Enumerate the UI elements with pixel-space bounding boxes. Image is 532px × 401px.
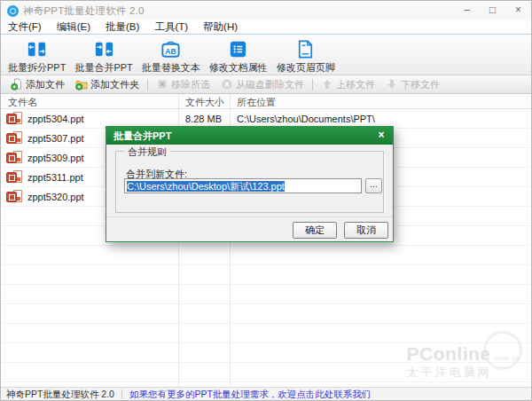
add-file-icon (11, 78, 23, 90)
toolbar-separator (147, 79, 148, 90)
browse-button[interactable]: ... (365, 178, 382, 193)
dialog-title: 批量合并PPT (106, 127, 393, 145)
ppt-file-icon (6, 131, 24, 145)
contact-us-link[interactable]: 如果您有更多的PPT批量处理需求，欢迎点击此处联系我们 (129, 388, 371, 400)
minimize-button[interactable]: – (454, 1, 480, 20)
file-name: zppt5311.ppt (27, 172, 83, 183)
filebar-label: 添加文件夹 (90, 78, 139, 91)
filebar-label: 上移文件 (336, 78, 375, 91)
column-header-filesize[interactable]: 文件大小 (185, 96, 224, 109)
move-down-button[interactable]: 下移文件 (380, 78, 445, 91)
filebar-label: 下移文件 (401, 78, 440, 91)
close-button[interactable]: × (505, 1, 531, 20)
merge-target-input[interactable]: C:\Users\zhou\Desktop\新试\123.ppt (124, 178, 362, 193)
svg-text:AB: AB (166, 47, 176, 56)
menu-item-tools[interactable]: 工具(T) (154, 20, 188, 34)
file-name: zppt5309.ppt (27, 153, 84, 163)
toolbar-button-doc-properties[interactable]: 修改文档属性 (205, 37, 272, 75)
ppt-file-icon (6, 112, 24, 126)
add-folder-icon (75, 78, 88, 90)
status-divider (121, 389, 122, 399)
delete-from-disk-button[interactable]: 从磁盘删除文件 (215, 78, 309, 91)
toolbar-label: 批量合并PPT (74, 61, 132, 75)
dialog-close-icon[interactable]: × (370, 127, 393, 145)
file-name: zppt5304.ppt (27, 114, 84, 124)
ppt-file-icon (6, 190, 24, 204)
column-header-location[interactable]: 所在位置 (237, 96, 276, 109)
filebar-label: 移除所选 (171, 78, 210, 91)
selected-text: C:\Users\zhou\Desktop\新试\123.ppt (127, 181, 285, 192)
menu-item-batch[interactable]: 批量(B) (106, 20, 139, 34)
toolbar-label: 修改页眉页脚 (277, 61, 335, 75)
move-down-icon (386, 78, 398, 90)
toolbar-label: 修改文档属性 (209, 61, 268, 75)
app-logo-icon (7, 5, 19, 17)
add-folder-button[interactable]: 添加文件夹 (70, 78, 145, 91)
toolbar-button-split-ppt[interactable]: 批量拆分PPT (4, 37, 70, 75)
window-title: 神奇PPT批量处理软件 2.0 (23, 4, 145, 18)
split-ppt-icon (26, 38, 48, 60)
remove-selected-button[interactable]: 移除所选 (151, 78, 215, 91)
status-app-label: 神奇PPT批量处理软件 2.0 (6, 388, 114, 400)
file-name: zppt5320.ppt (27, 192, 84, 202)
column-header-filename[interactable]: 文件名 (8, 96, 37, 109)
file-action-bar: 添加文件 添加文件夹 移除所选 从磁盘删除文件 (1, 75, 531, 94)
ppt-file-icon (6, 151, 24, 165)
cancel-button[interactable]: 取消 (344, 222, 388, 239)
toolbar-button-merge-ppt[interactable]: 批量合并PPT (70, 37, 137, 75)
delete-from-disk-icon (221, 78, 233, 90)
menu-item-help[interactable]: 帮助(H) (203, 20, 238, 34)
toolbar-label: 批量拆分PPT (8, 61, 66, 75)
main-toolbar: 批量拆分PPT 批量合并PPT AB 批量替换文本 (1, 35, 531, 75)
move-up-button[interactable]: 上移文件 (316, 78, 380, 91)
toolbar-separator (312, 79, 313, 90)
doc-properties-icon (227, 38, 249, 60)
move-up-icon (321, 78, 333, 90)
ppt-file-icon (6, 170, 24, 185)
status-bar: 神奇PPT批量处理软件 2.0 如果您有更多的PPT批量处理需求，欢迎点击此处联… (1, 387, 531, 400)
remove-selected-icon (156, 78, 168, 90)
ok-button[interactable]: 确定 (293, 222, 337, 239)
menu-bar: 文件(F) 编辑(E) 批量(B) 工具(T) 帮助(H) (1, 20, 531, 35)
window-titlebar: 神奇PPT批量处理软件 2.0 – □ × (1, 1, 531, 20)
menu-item-file[interactable]: 文件(F) (8, 20, 42, 34)
toolbar-button-replace-text[interactable]: AB 批量替换文本 (137, 37, 205, 75)
replace-text-icon: AB (160, 38, 182, 60)
filebar-label: 从磁盘删除文件 (236, 78, 304, 91)
app-window: 神奇PPT批量处理软件 2.0 – □ × 文件(F) 编辑(E) 批量(B) … (0, 0, 532, 401)
file-size: 8.28 MB (185, 114, 222, 124)
dialog-divider (106, 216, 393, 217)
toolbar-label: 批量替换文本 (142, 61, 200, 75)
merge-ppt-icon (93, 38, 115, 60)
file-name: zppt5307.ppt (27, 133, 84, 144)
maximize-button[interactable]: □ (480, 1, 505, 20)
filebar-label: 添加文件 (26, 78, 65, 91)
file-location: C:\Users\zhou\Documents\PPT\ (237, 114, 375, 124)
toolbar-button-header-footer[interactable]: 修改页眉页脚 (272, 37, 340, 75)
merge-rules-label: 合并规则 (124, 145, 170, 159)
add-file-button[interactable]: 添加文件 (5, 78, 70, 91)
file-table-header: 文件名 文件大小 所在位置 (1, 94, 531, 109)
menu-item-edit[interactable]: 编辑(E) (57, 20, 90, 34)
header-footer-icon (294, 38, 317, 60)
merge-ppt-dialog: 批量合并PPT × 合并规则 合并到新文件: C:\Users\zhou\Des… (106, 126, 394, 242)
